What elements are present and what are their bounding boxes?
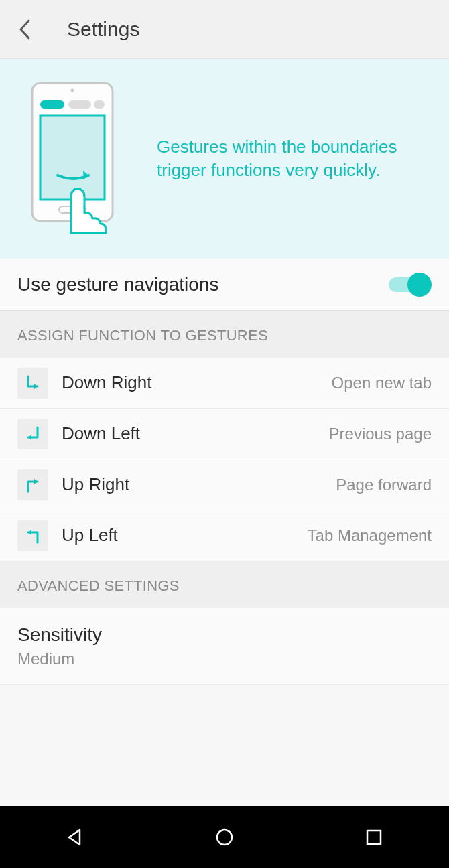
gesture-label: Down Right [62,372,332,393]
nav-home-button[interactable] [210,822,239,852]
sensitivity-label: Sensitivity [17,624,432,646]
gesture-value: Page forward [336,476,432,494]
section-header-assign: ASSIGN FUNCTION TO GESTURES [0,311,449,358]
svg-marker-10 [34,479,38,484]
hero-banner: Gestures within the boundaries trigger f… [0,59,449,259]
nav-recents-button[interactable] [359,822,389,852]
up-right-icon [17,469,48,500]
sensitivity-value: Medium [17,650,432,668]
page-title: Settings [67,18,139,41]
gesture-value: Previous page [329,425,432,443]
hero-text: Gestures within the boundaries trigger f… [157,135,430,182]
svg-marker-9 [28,435,31,440]
gesture-row-down-left[interactable]: Down Left Previous page [0,409,449,459]
down-right-icon [17,368,48,399]
hero-illustration [27,82,126,236]
system-navbar [0,806,449,868]
up-left-icon [17,520,48,551]
gesture-label: Up Right [62,474,336,495]
app-header: Settings [0,0,449,59]
svg-marker-12 [69,830,80,845]
svg-rect-4 [94,100,105,108]
gesture-label: Down Left [62,423,329,444]
gesture-label: Up Left [62,525,308,546]
section-header-advanced: ADVANCED SETTINGS [0,561,449,608]
empty-fill [0,685,449,806]
svg-marker-8 [34,384,38,389]
back-icon[interactable] [16,21,32,38]
gesture-value: Open new tab [332,374,432,392]
nav-back-button[interactable] [60,822,90,852]
toggle-label: Use gesture navigations [17,274,389,295]
toggle-switch[interactable] [389,273,432,296]
app-root: Settings Gestures [0,0,449,868]
gesture-row-up-left[interactable]: Up Left Tab Management [0,510,449,561]
svg-rect-2 [40,100,64,108]
sensitivity-row[interactable]: Sensitivity Medium [0,608,449,685]
svg-point-1 [71,89,74,92]
svg-rect-14 [367,830,381,844]
down-left-icon [17,419,48,449]
svg-point-13 [217,830,232,845]
gesture-row-up-right[interactable]: Up Right Page forward [0,459,449,510]
gesture-value: Tab Management [308,526,432,545]
svg-rect-5 [40,115,105,200]
svg-rect-3 [68,100,91,108]
toggle-row-gesture-nav[interactable]: Use gesture navigations [0,259,449,311]
svg-marker-11 [28,530,31,535]
gesture-row-down-right[interactable]: Down Right Open new tab [0,358,449,409]
